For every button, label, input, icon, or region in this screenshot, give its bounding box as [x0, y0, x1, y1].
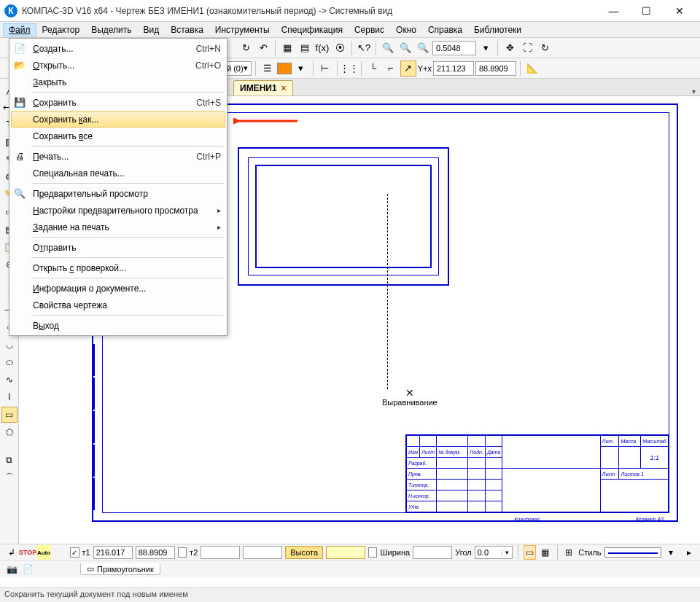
t2-y-input[interactable]: [243, 546, 282, 559]
zoom-dropdown-icon[interactable]: ▾: [478, 40, 494, 56]
menu-insert[interactable]: Вставка: [165, 23, 209, 36]
table-icon[interactable]: ▦: [279, 40, 295, 56]
t1-x-input[interactable]: [93, 546, 133, 559]
menu-item-сохранить[interactable]: 💾СохранитьCtrl+S: [11, 94, 225, 111]
fx-icon[interactable]: f(x): [314, 40, 330, 56]
menu-edit[interactable]: Редактор: [36, 23, 86, 36]
tabs-overflow-icon[interactable]: ▾: [692, 87, 696, 95]
tool-arc-icon[interactable]: ◡: [1, 337, 18, 353]
menu-item-задание-на-печать[interactable]: Задание на печать▸: [11, 219, 225, 235]
menu-item-информация-о-документе-[interactable]: Информация о документе...: [11, 280, 225, 297]
angle-dropdown-icon[interactable]: ▾: [502, 549, 512, 556]
grid-icon[interactable]: ▤: [297, 40, 313, 56]
title-block-copied: Копировал: [514, 517, 540, 522]
menu-help[interactable]: Справка: [422, 23, 468, 36]
color-dropdown-icon[interactable]: ▾: [293, 60, 309, 77]
menu-item-label: Сохранить: [33, 98, 190, 108]
menu-item-отправить[interactable]: Отправить: [11, 239, 225, 256]
layers-icon[interactable]: ☰: [260, 60, 276, 77]
vars-icon[interactable]: ⦿: [332, 40, 348, 56]
refresh-icon[interactable]: ↻: [238, 40, 254, 56]
tool-fillet-icon[interactable]: ⌒: [1, 469, 18, 485]
cursor-help-icon[interactable]: ↖?: [356, 40, 372, 56]
ortho-icon[interactable]: └: [365, 60, 381, 77]
zoom-in-icon[interactable]: 🔍: [380, 40, 396, 56]
prop-tab-rectangle[interactable]: ▭ Прямоугольник: [80, 563, 160, 575]
snap-icon[interactable]: ⌐: [383, 60, 399, 77]
menu-item-закрыть[interactable]: Закрыть: [11, 74, 225, 90]
menu-file[interactable]: Файл: [3, 23, 36, 36]
menu-item-открыть-с-проверкой-[interactable]: Открыть с проверкой...: [11, 259, 225, 276]
menu-view[interactable]: Вид: [138, 23, 166, 36]
t1-y-input[interactable]: [136, 546, 175, 559]
zoom-window-icon[interactable]: 🔍: [397, 40, 413, 56]
tool-spline-icon[interactable]: ∿: [1, 372, 18, 388]
menu-service[interactable]: Сервис: [349, 23, 390, 36]
menu-item-печать-[interactable]: 🖨Печать...Ctrl+P: [11, 148, 225, 165]
axes-off-icon[interactable]: ▭: [524, 545, 537, 560]
prop-doc-icon[interactable]: 📄: [20, 562, 35, 576]
menu-item-сохранить-как-[interactable]: Сохранить как...: [11, 111, 225, 128]
title-block: Лит. Масса Масштаб Изм Лист № докум. Под…: [405, 434, 669, 513]
color-swatch[interactable]: [277, 63, 292, 74]
menu-libs[interactable]: Библиотеки: [468, 23, 527, 36]
height-input[interactable]: [326, 546, 365, 559]
prop-auto-icon[interactable]: Auto: [36, 545, 51, 560]
menu-item-настройки-предварительного-просмотра[interactable]: Настройки предварительного просмотра▸: [11, 202, 225, 219]
document-tab-close-icon[interactable]: ×: [281, 83, 287, 93]
status-bar: Сохранить текущий документ под новым име…: [0, 587, 700, 602]
corners-icon[interactable]: ⊞: [563, 545, 576, 560]
pan-icon[interactable]: ✥: [502, 40, 518, 56]
menu-item-icon: [12, 130, 27, 143]
menu-item-предварительный-просмотр[interactable]: 🔍Предварительный просмотр: [11, 185, 225, 202]
menu-spec[interactable]: Спецификация: [276, 23, 349, 36]
zoom-fit-icon[interactable]: ⛶: [519, 40, 535, 56]
menu-item-создать-[interactable]: 📄Создать...Ctrl+N: [11, 40, 225, 57]
menu-item-выход[interactable]: Выход: [11, 317, 225, 334]
dimension-icon[interactable]: ⊢: [317, 60, 333, 77]
menu-item-открыть-[interactable]: 📂Открыть...Ctrl+O: [11, 57, 225, 74]
document-tab-active[interactable]: ИМЕНИ1 ×: [233, 80, 293, 95]
menu-item-icon: [12, 113, 27, 126]
redraw-icon[interactable]: ↻: [537, 40, 553, 56]
zoom-value-input[interactable]: [432, 41, 476, 55]
menu-tools[interactable]: Инструменты: [209, 23, 276, 36]
title-bar: К КОМПАС-3D V16 x64 - Чертеж БЕЗ ИМЕНИ1 …: [0, 0, 700, 22]
undo-icon[interactable]: ↶: [255, 40, 271, 56]
axes-on-icon[interactable]: ▦: [539, 545, 552, 560]
menu-item-сохранить-все[interactable]: Сохранить все: [11, 128, 225, 144]
angle-combo[interactable]: ▾: [475, 546, 513, 559]
width-checkbox[interactable]: [368, 547, 377, 558]
menu-item-label: Закрыть: [33, 77, 215, 87]
menu-item-свойства-чертежа[interactable]: Свойства чертежа: [11, 297, 225, 313]
line-style-combo[interactable]: [604, 547, 661, 558]
maximize-button[interactable]: ☐: [630, 1, 663, 21]
style-dropdown-icon[interactable]: ▾: [664, 545, 677, 560]
tool-copy-icon[interactable]: ⧉: [1, 452, 18, 468]
tool-polygon-icon[interactable]: ⬠: [1, 424, 18, 440]
menu-item-специальная-печать-[interactable]: Специальная печать...: [11, 165, 225, 181]
grid-toggle-icon[interactable]: ⋮⋮: [341, 60, 357, 77]
menu-item-icon: [12, 221, 27, 234]
tool-polyline-icon[interactable]: ⌇: [1, 389, 18, 405]
prop-confirm-icon[interactable]: ↲: [4, 545, 19, 560]
prop-stop-icon[interactable]: STOP: [20, 545, 35, 560]
tool-ellipse-icon[interactable]: ⬭: [1, 354, 18, 370]
close-button[interactable]: ✕: [663, 1, 696, 21]
width-input[interactable]: [413, 546, 452, 559]
menu-window[interactable]: Окно: [390, 23, 422, 36]
tool-rectangle-icon[interactable]: ▭: [1, 407, 18, 423]
local-cs-icon[interactable]: ↗: [400, 60, 416, 77]
coord-x-input[interactable]: [433, 61, 474, 76]
menu-select[interactable]: Выделить: [85, 23, 137, 36]
t1-checkbox[interactable]: ✓: [70, 547, 79, 558]
t2-checkbox[interactable]: [178, 547, 187, 558]
coord-y-input[interactable]: [475, 61, 516, 76]
prop-camera-icon[interactable]: 📷: [4, 562, 19, 576]
minimize-button[interactable]: —: [597, 1, 630, 21]
zoom-out-icon[interactable]: 🔍: [415, 40, 431, 56]
t2-x-input[interactable]: [201, 546, 240, 559]
measure-icon[interactable]: 📐: [524, 60, 540, 77]
angle-input[interactable]: [475, 548, 502, 557]
scroll-right-icon[interactable]: ▸: [682, 545, 696, 560]
